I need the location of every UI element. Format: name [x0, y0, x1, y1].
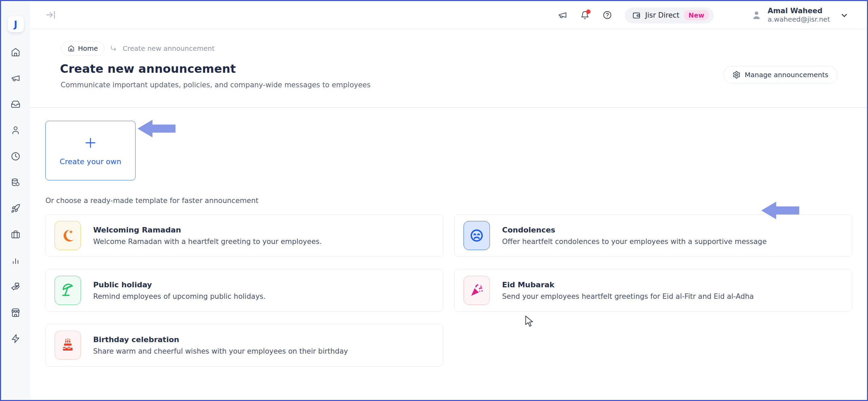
- sad-face-icon: [469, 228, 484, 243]
- template-desc: Share warm and cheerful wishes with your…: [93, 347, 348, 355]
- gear-icon: [732, 71, 741, 79]
- mouse-cursor: [524, 315, 536, 328]
- annotation-arrow-left-icon: [761, 201, 799, 220]
- template-desc: Offer heartfelt condolences to your empl…: [502, 238, 767, 246]
- sidebar-item-announcements[interactable]: [11, 73, 20, 83]
- announcements-button[interactable]: [558, 10, 567, 20]
- create-your-own-card[interactable]: Create your own: [45, 121, 136, 180]
- header-divider: [30, 107, 867, 108]
- sidebar-item-rocket[interactable]: [11, 204, 20, 213]
- manage-announcements-label: Manage announcements: [745, 71, 828, 79]
- main-content: Home Create new announcement Create new …: [30, 29, 867, 400]
- breadcrumb-current: Create new announcement: [123, 44, 214, 52]
- plus-icon: [83, 136, 98, 150]
- wallet-icon: [632, 11, 641, 20]
- coins-icon: [11, 178, 20, 187]
- template-icon-tile: [55, 331, 81, 360]
- template-title: Condolences: [502, 226, 767, 234]
- template-title: Birthday celebration: [93, 335, 348, 344]
- chevron-down-icon: [840, 11, 849, 20]
- inbox-icon: [11, 99, 20, 109]
- template-icon-tile: [55, 221, 81, 250]
- app-logo[interactable]: J: [8, 16, 24, 32]
- template-desc: Welcome Ramadan with a heartfelt greetin…: [93, 238, 322, 246]
- user-icon: [11, 126, 20, 135]
- sidebar-item-home[interactable]: [11, 47, 20, 57]
- template-card-condolences[interactable]: Condolences Offer heartfelt condolences …: [454, 214, 852, 257]
- template-text: Eid Mubarak Send your employees heartfel…: [502, 281, 754, 300]
- manage-announcements-button[interactable]: Manage announcements: [723, 66, 838, 84]
- page-title: Create new announcement: [60, 62, 236, 75]
- template-icon-tile: [55, 276, 81, 305]
- sidebar-item-work[interactable]: [11, 230, 20, 239]
- topbar-right: Jisr Direct New Amal Waheed a.waheed@jis…: [558, 1, 849, 29]
- sidebar-item-benefits[interactable]: [11, 282, 20, 291]
- breadcrumb-home[interactable]: Home: [61, 41, 104, 56]
- rocket-icon: [11, 204, 20, 213]
- app-logo-letter: J: [14, 19, 17, 29]
- template-card-welcoming-ramadan[interactable]: Welcoming Ramadan Welcome Ramadan with a…: [45, 214, 443, 257]
- template-text: Birthday celebration Share warm and chee…: [93, 335, 348, 355]
- sidebar-item-time[interactable]: [11, 152, 20, 161]
- notification-dot: [586, 9, 591, 14]
- sidebar-item-automation[interactable]: [11, 334, 20, 343]
- hand-heart-icon: [11, 282, 20, 291]
- template-icon-tile: [463, 221, 490, 250]
- breadcrumb-home-label: Home: [78, 44, 98, 52]
- bar-chart-icon: [11, 256, 20, 265]
- jisr-direct-button[interactable]: Jisr Direct New: [625, 7, 714, 23]
- sidebar-nav: [11, 47, 20, 343]
- template-text: Public holiday Remind employees of upcom…: [93, 281, 266, 300]
- create-your-own-label: Create your own: [60, 157, 121, 166]
- crescent-moon-icon: [60, 228, 76, 243]
- sidebar-item-analytics[interactable]: [11, 256, 20, 265]
- template-icon-tile: [463, 276, 490, 305]
- megaphone-icon: [558, 10, 567, 20]
- sidebar-item-marketplace[interactable]: [11, 308, 20, 317]
- template-title: Welcoming Ramadan: [93, 226, 322, 234]
- panel-expand-icon: [45, 9, 56, 20]
- templates-intro: Or choose a ready-made template for fast…: [45, 197, 259, 205]
- template-card-eid-mubarak[interactable]: Eid Mubarak Send your employees heartfel…: [454, 269, 852, 312]
- user-menu[interactable]: Amal Waheed a.waheed@jisr.net: [750, 7, 849, 24]
- lightning-icon: [11, 334, 20, 343]
- template-grid: Welcoming Ramadan Welcome Ramadan with a…: [45, 214, 852, 366]
- help-button[interactable]: [602, 10, 612, 20]
- template-desc: Send your employees heartfelt greetings …: [502, 292, 754, 300]
- avatar-icon: [750, 9, 763, 21]
- storefront-icon: [11, 308, 20, 317]
- corner-down-right-icon: [110, 45, 117, 52]
- breadcrumb: Home Create new announcement: [61, 41, 214, 56]
- template-desc: Remind employees of upcoming public holi…: [93, 292, 266, 300]
- app-window: J: [0, 0, 868, 401]
- party-popper-icon: [469, 283, 484, 298]
- template-text: Welcoming Ramadan Welcome Ramadan with a…: [93, 226, 322, 246]
- new-badge: New: [684, 10, 709, 20]
- help-icon: [603, 10, 612, 20]
- home-icon: [11, 47, 20, 57]
- template-text: Condolences Offer heartfelt condolences …: [502, 226, 767, 246]
- jisr-direct-label: Jisr Direct: [645, 11, 679, 19]
- template-card-public-holiday[interactable]: Public holiday Remind employees of upcom…: [45, 269, 443, 312]
- notifications-button[interactable]: [580, 10, 590, 20]
- sidebar-expand-button[interactable]: [45, 9, 57, 21]
- home-icon: [68, 45, 75, 52]
- briefcase-icon: [11, 230, 20, 239]
- sidebar-item-people[interactable]: [11, 126, 20, 135]
- megaphone-icon: [11, 73, 20, 83]
- template-card-birthday-celebration[interactable]: Birthday celebration Share warm and chee…: [45, 324, 443, 366]
- page-subtitle: Communicate important updates, policies,…: [61, 81, 371, 89]
- user-email: a.waheed@jisr.net: [768, 15, 830, 24]
- clock-icon: [11, 152, 20, 161]
- template-title: Public holiday: [93, 281, 266, 289]
- template-title: Eid Mubarak: [502, 281, 754, 289]
- sidebar-item-inbox[interactable]: [11, 99, 20, 109]
- user-name: Amal Waheed: [768, 7, 830, 15]
- sidebar-item-finance[interactable]: [11, 178, 20, 187]
- topbar: Jisr Direct New Amal Waheed a.waheed@jis…: [30, 1, 867, 29]
- user-info: Amal Waheed a.waheed@jisr.net: [768, 7, 830, 24]
- birthday-cake-icon: [60, 337, 76, 353]
- sidebar: J: [1, 1, 30, 400]
- beach-umbrella-icon: [60, 283, 76, 298]
- annotation-arrow-left-icon: [138, 119, 175, 138]
